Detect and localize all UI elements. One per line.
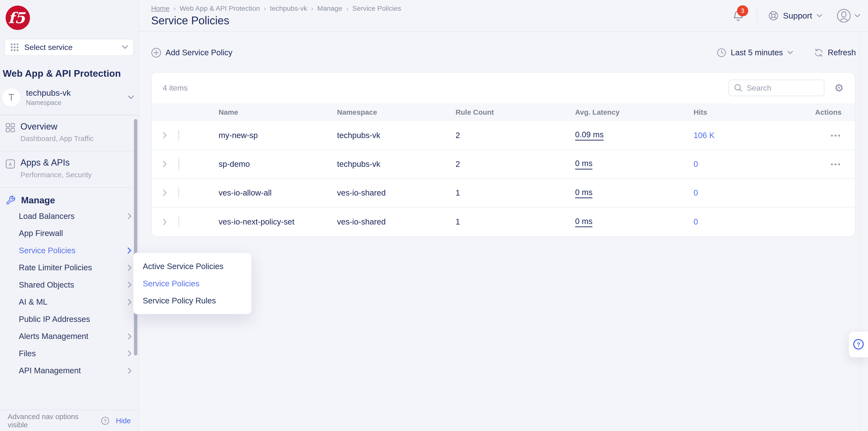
chevron-right-icon [128, 299, 132, 305]
help-drawer-button[interactable]: ? [848, 331, 868, 358]
help-circle-icon[interactable]: ? [101, 417, 109, 425]
manage-label: Manage [21, 195, 55, 206]
avg-latency-link[interactable]: 0 ms [575, 217, 592, 227]
sidebar-item-files[interactable]: Files [0, 345, 138, 362]
sidebar-item-shared-objects[interactable]: Shared Objects [0, 276, 138, 294]
search-icon [734, 84, 742, 92]
expand-row-icon[interactable] [163, 218, 172, 226]
gear-icon[interactable]: ⚙ [834, 83, 844, 93]
chevron-separator: › [346, 4, 348, 12]
select-service-label: Select service [24, 43, 122, 52]
column-header-avg-latency[interactable]: Avg. Latency [575, 108, 694, 116]
notification-badge: 3 [737, 5, 748, 16]
nav-item-label: Public IP Addresses [19, 315, 132, 324]
sidebar-item-load-balancers[interactable]: Load Balancers [0, 208, 138, 225]
chevron-right-icon [128, 333, 132, 339]
notifications-button[interactable]: 3 [732, 9, 744, 23]
refresh-button[interactable]: Refresh [814, 48, 856, 58]
sidebar-item-ai-ml[interactable]: AI & ML [0, 294, 138, 310]
breadcrumb-waap[interactable]: Web App & API Protection [180, 4, 260, 12]
page-title: Service Policies [151, 14, 229, 27]
flyout-item-service-policy-rules[interactable]: Service Policy Rules [133, 292, 251, 309]
hits-link[interactable]: 106 K [694, 131, 812, 140]
service-heading: Web App & API Protection [3, 68, 134, 79]
dashboard-grid-icon [6, 123, 15, 143]
breadcrumb-home[interactable]: Home [151, 4, 170, 12]
sidebar-item-alerts-management[interactable]: Alerts Management [0, 328, 138, 345]
sidebar-scrollbar[interactable] [134, 119, 137, 356]
svg-text:?: ? [857, 341, 861, 348]
f5-logo[interactable]: f5 [6, 6, 30, 30]
sidebar-item-service-policies[interactable]: Service Policies [0, 242, 138, 259]
namespace-name: techpubs-vk [26, 88, 128, 98]
select-service-dropdown[interactable]: Select service [4, 39, 134, 56]
table-row: my-new-sp techpubs-vk 2 0.09 ms 106 K ••… [152, 121, 855, 150]
expand-row-icon[interactable] [163, 132, 172, 139]
expand-row-icon[interactable] [163, 160, 172, 168]
table-search [728, 80, 824, 96]
row-checkbox [178, 216, 179, 227]
apps-apis-icon: A [6, 159, 15, 179]
cell-rule-count: 2 [456, 159, 575, 169]
add-service-policy-button[interactable]: Add Service Policy [151, 48, 232, 58]
breadcrumb-namespace[interactable]: techpubs-vk [270, 4, 307, 12]
column-header-rule-count[interactable]: Rule Count [456, 108, 575, 116]
nav-item-label: API Management [19, 366, 128, 375]
service-policies-table-card: 4 items ⚙ Name Namespace Rule Count Avg.… [151, 72, 855, 237]
page-scroll-track [859, 32, 860, 431]
avg-latency-link[interactable]: 0.09 ms [575, 130, 603, 141]
sidebar-item-apps-apis[interactable]: A Apps & APIs Performance, Security [0, 151, 138, 186]
chevron-down-icon [122, 45, 128, 49]
avg-latency-link[interactable]: 0 ms [575, 188, 592, 198]
nav-item-label: Shared Objects [19, 280, 128, 289]
apps-apis-sublabel: Performance, Security [21, 171, 92, 179]
cell-name: my-new-sp [219, 131, 337, 140]
row-actions-menu-icon[interactable]: ••• [831, 131, 841, 140]
namespace-selector[interactable]: T techpubs-vk Namespace [2, 88, 134, 107]
avg-latency-link[interactable]: 0 ms [575, 159, 592, 169]
sidebar-section-manage: Manage [0, 188, 138, 208]
time-range-label: Last 5 minutes [731, 48, 783, 57]
hide-nav-link[interactable]: Hide [116, 417, 131, 425]
svg-text:A: A [8, 162, 12, 167]
sidebar-item-rate-limiter-policies[interactable]: Rate Limiter Policies [0, 259, 138, 276]
apps-apis-label: Apps & APIs [21, 158, 92, 168]
row-actions-menu-icon[interactable]: ••• [831, 160, 841, 168]
sidebar-footer: Advanced nav options visible ? Hide [0, 409, 138, 431]
row-checkbox[interactable] [178, 130, 179, 141]
search-input[interactable] [747, 84, 819, 93]
cell-rule-count: 2 [456, 131, 575, 140]
hits-link[interactable]: 0 [694, 217, 812, 226]
refresh-icon [814, 48, 824, 58]
nav-item-label: AI & ML [19, 297, 128, 307]
clock-icon [717, 48, 726, 58]
content-toolbar: Add Service Policy Last 5 minutes Refres… [151, 44, 856, 62]
chevron-down-icon [128, 95, 134, 99]
namespace-avatar: T [2, 88, 21, 107]
main-content: Add Service Policy Last 5 minutes Refres… [139, 32, 868, 431]
flyout-item-service-policies[interactable]: Service Policies [133, 275, 251, 292]
sidebar-item-api-management[interactable]: API Management [0, 362, 138, 379]
cell-namespace: techpubs-vk [337, 131, 456, 140]
breadcrumb-manage[interactable]: Manage [317, 4, 342, 12]
expand-row-icon[interactable] [163, 189, 172, 196]
flyout-item-active-service-policies[interactable]: Active Service Policies [133, 258, 251, 275]
column-header-hits[interactable]: Hits [694, 108, 812, 116]
namespace-type-label: Namespace [26, 99, 128, 106]
table-row: sp-demo techpubs-vk 2 0 ms 0 ••• [152, 150, 855, 179]
sidebar-item-app-firewall[interactable]: App Firewall [0, 225, 138, 242]
row-checkbox[interactable] [178, 158, 179, 170]
nav-item-label: Files [19, 349, 128, 358]
nav-item-label: App Firewall [19, 229, 132, 238]
wrench-icon [6, 195, 16, 205]
sidebar-item-overview[interactable]: Overview Dashboard, App Traffic [0, 116, 138, 150]
time-range-dropdown[interactable]: Last 5 minutes [717, 48, 793, 58]
support-menu[interactable]: Support [768, 10, 822, 21]
hits-link[interactable]: 0 [694, 159, 812, 169]
chevron-down-icon [855, 14, 860, 18]
hits-link[interactable]: 0 [694, 188, 812, 197]
account-menu[interactable] [836, 8, 860, 23]
column-header-namespace[interactable]: Namespace [337, 108, 456, 116]
column-header-name[interactable]: Name [219, 108, 337, 116]
sidebar-item-public-ip-addresses[interactable]: Public IP Addresses [0, 311, 138, 328]
